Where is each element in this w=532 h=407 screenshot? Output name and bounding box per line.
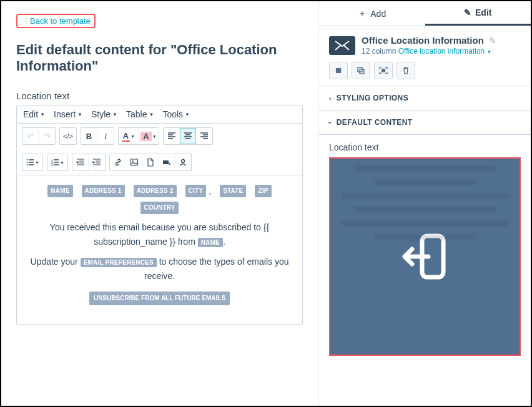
chevron-left-icon: 〈 — [21, 17, 27, 26]
svg-rect-11 — [336, 68, 341, 73]
chevron-down-icon: ▼ — [40, 112, 45, 117]
back-link[interactable]: 〈 Back to template — [16, 14, 96, 28]
svg-point-1 — [27, 162, 28, 163]
envelope-icon — [329, 36, 355, 55]
file-button[interactable] — [142, 154, 159, 170]
chevron-right-icon: › — [329, 95, 332, 102]
chevron-down-icon: ▼ — [77, 112, 82, 117]
undo-button[interactable]: ↶ — [22, 128, 39, 144]
editor-menubar: Edit▼ Insert▼ Style▼ Table▼ Tools▼ — [17, 105, 302, 124]
cta-button[interactable] — [159, 154, 175, 170]
token-email-prefs[interactable]: EMAIL PREFERENCES — [81, 258, 157, 267]
rename-button[interactable]: ✎ — [489, 36, 496, 46]
tab-bar: ＋ Add ✎ Edit — [319, 1, 531, 26]
svg-point-9 — [182, 160, 185, 163]
menu-insert[interactable]: Insert▼ — [54, 109, 82, 119]
menu-style[interactable]: Style▼ — [91, 109, 117, 119]
delete-button[interactable] — [397, 62, 415, 79]
svg-point-2 — [27, 164, 28, 165]
chevron-down-icon: ▼ — [60, 160, 64, 165]
token-country[interactable]: COUNTRY — [140, 202, 178, 214]
chevron-down-icon: ▼ — [35, 160, 39, 165]
token-city[interactable]: CITY — [185, 185, 207, 197]
token-zip[interactable]: ZIP — [255, 185, 271, 197]
back-link-label: Back to template — [30, 16, 91, 26]
align-left-button[interactable] — [164, 128, 180, 144]
tab-add[interactable]: ＋ Add — [319, 1, 425, 26]
chevron-down-icon: › — [327, 121, 333, 124]
editor-content[interactable]: NAME ADDRESS 1 ADDRESS 2 CITY, STATE ZIP… — [17, 175, 302, 324]
preview-label: Location text — [329, 142, 521, 152]
svg-rect-6 — [131, 159, 137, 165]
numbered-list-button[interactable]: 123▼ — [47, 154, 67, 170]
token-address1[interactable]: ADDRESS 1 — [82, 185, 125, 197]
module-actions — [329, 62, 521, 79]
chevron-down-icon: ▼ — [112, 112, 117, 117]
indent-button[interactable] — [89, 154, 105, 170]
svg-text:3: 3 — [51, 163, 53, 167]
editor-panel: 〈 Back to template Edit default content … — [1, 1, 318, 406]
preview-section: Location text — [319, 135, 531, 363]
align-center-button[interactable] — [180, 128, 196, 144]
chevron-down-icon: ▼ — [487, 49, 492, 55]
svg-point-0 — [27, 159, 28, 160]
editor-toolbar: ↶ ↷ </> B I A▼ A▼ ▼ — [17, 124, 302, 175]
accordion-default-content[interactable]: › DEFAULT CONTENT — [319, 110, 531, 135]
menu-tools[interactable]: Tools▼ — [162, 109, 190, 119]
token-state[interactable]: STATE — [220, 185, 246, 197]
text-color-button[interactable]: A▼ — [119, 128, 139, 144]
module-link[interactable]: Office location information ▼ — [398, 47, 492, 56]
pencil-icon: ✎ — [464, 7, 471, 17]
highlight-button[interactable]: A▼ — [139, 128, 159, 144]
menu-edit[interactable]: Edit▼ — [23, 109, 45, 119]
align-right-button[interactable] — [196, 128, 212, 144]
accordion-styling[interactable]: › STYLING OPTIONS — [319, 86, 531, 110]
token-name-inline[interactable]: NAME — [198, 238, 223, 247]
module-title: Office Location Information — [362, 35, 484, 46]
italic-button[interactable]: I — [97, 128, 114, 144]
bullet-list-button[interactable]: ▼ — [22, 154, 42, 170]
editor-paragraph: You received this email because you are … — [27, 220, 292, 248]
source-code-button[interactable]: </> — [60, 128, 76, 144]
svg-rect-14 — [382, 69, 385, 72]
chevron-down-icon: ▼ — [152, 134, 157, 139]
token-address2[interactable]: ADDRESS 2 — [134, 185, 177, 197]
clone-button[interactable] — [352, 62, 370, 79]
tab-edit[interactable]: ✎ Edit — [425, 1, 531, 26]
module-subtitle: 12 column Office location information ▼ — [362, 47, 496, 56]
page-title: Edit default content for "Office Locatio… — [16, 42, 303, 74]
content-preview[interactable] — [329, 157, 521, 356]
chevron-down-icon: ▼ — [131, 134, 135, 139]
personalize-button[interactable] — [175, 154, 191, 170]
group-button[interactable] — [374, 62, 393, 79]
menu-table[interactable]: Table▼ — [126, 109, 154, 119]
rich-text-editor: Edit▼ Insert▼ Style▼ Table▼ Tools▼ ↶ ↷ <… — [16, 105, 303, 325]
module-header: Office Location Information ✎ 12 column … — [319, 26, 531, 86]
blurred-preview-content — [330, 166, 520, 240]
image-button[interactable] — [126, 154, 142, 170]
outdent-button[interactable] — [72, 154, 89, 170]
token-name[interactable]: NAME — [47, 185, 72, 197]
field-label-location-text: Location text — [16, 91, 303, 101]
editor-paragraph: Update your EMAIL PREFERENCES to choose … — [27, 255, 292, 283]
inspector-panel: ＋ Add ✎ Edit Office Location Information… — [318, 1, 531, 406]
redo-button[interactable]: ↷ — [39, 128, 55, 144]
svg-point-7 — [132, 160, 134, 162]
link-button[interactable] — [110, 154, 126, 170]
svg-rect-8 — [163, 160, 169, 164]
bold-button[interactable]: B — [81, 128, 97, 144]
chevron-down-icon: ▼ — [149, 112, 154, 117]
unsubscribe-token[interactable]: UNSUBSCRIBE FROM ALL FUTURE EMAILS — [89, 292, 230, 305]
plus-icon: ＋ — [358, 8, 367, 19]
chevron-down-icon: ▼ — [185, 112, 190, 117]
swap-button[interactable] — [329, 62, 348, 79]
